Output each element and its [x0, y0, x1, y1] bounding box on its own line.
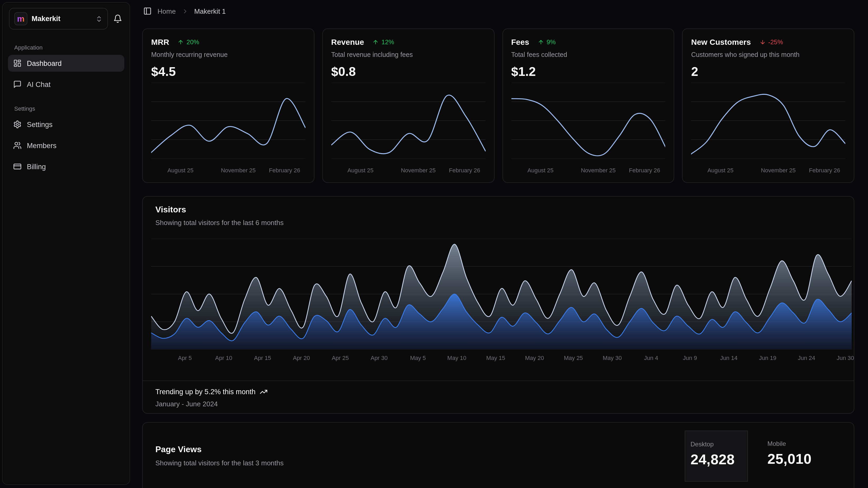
x-tick: May 20	[525, 355, 544, 361]
dashboard-page: m Makerkit Application Dashboard	[0, 0, 868, 488]
sidebar-toggle-icon[interactable]	[143, 7, 152, 15]
sidebar-section-settings: Settings	[14, 106, 130, 112]
sidebar-nav-settings: Settings Members Billing	[3, 116, 130, 175]
stat-card-mrr: MRR 20% Monthly recurring revenue $4.5 A…	[142, 28, 314, 183]
mobile-label: Mobile	[767, 440, 834, 448]
sidebar-item-label: Settings	[27, 120, 53, 128]
x-tick: Apr 25	[332, 355, 349, 361]
sparkline-x-labels: August 25 November 25 February 26	[691, 167, 846, 174]
sparkline-x-labels: August 25 November 25 February 26	[151, 167, 306, 174]
x-tick: Jun 14	[720, 355, 737, 361]
sidebar-item-label: AI Chat	[27, 80, 51, 88]
visitors-area-chart	[151, 239, 852, 349]
sidebar-section-application: Application	[14, 44, 130, 51]
trend-value: 20%	[186, 38, 199, 46]
workspace-row: m Makerkit	[3, 3, 130, 30]
visitors-subtitle: Showing total visitors for the last 6 mo…	[155, 219, 841, 227]
arrow-down-icon	[759, 39, 766, 45]
trend-badge: 9%	[537, 38, 556, 46]
message-square-icon	[13, 80, 22, 89]
x-tick: Apr 20	[293, 355, 310, 361]
desktop-toggle[interactable]: Desktop 24,828	[685, 431, 748, 482]
x-tick: August 25	[167, 167, 193, 173]
x-tick: November 25	[221, 167, 256, 173]
sidebar-item-members[interactable]: Members	[8, 137, 124, 154]
breadcrumb-current: Makerkit 1	[194, 7, 226, 15]
trending-up-icon	[260, 388, 268, 396]
arrow-up-icon	[537, 39, 544, 45]
stat-cards-row: MRR 20% Monthly recurring revenue $4.5 A…	[142, 28, 854, 183]
mobile-value: 25,010	[767, 451, 834, 467]
gear-icon	[13, 120, 22, 128]
stat-card-new-customers: New Customers -25% Customers who signed …	[682, 28, 855, 183]
x-tick: May 10	[447, 355, 466, 361]
trend-badge: 12%	[373, 38, 394, 46]
sparkline-x-labels: August 25 November 25 February 26	[511, 167, 665, 174]
x-tick: August 25	[707, 167, 734, 173]
desktop-label: Desktop	[690, 440, 742, 448]
new-customers-sparkline-chart	[691, 83, 846, 159]
x-tick: Jun 9	[683, 355, 697, 361]
x-tick: Jun 19	[759, 355, 776, 361]
stat-value: $1.2	[511, 64, 665, 79]
visitors-card: Visitors Showing total visitors for the …	[142, 196, 854, 414]
sidebar-item-billing[interactable]: Billing	[8, 158, 124, 175]
sidebar-nav-application: Dashboard AI Chat	[3, 55, 130, 93]
desktop-value: 24,828	[690, 452, 742, 468]
sidebar-item-label: Dashboard	[27, 59, 62, 67]
revenue-sparkline-chart	[331, 83, 486, 159]
breadcrumb: Home Makerkit 1	[143, 7, 226, 15]
stat-title: Revenue	[331, 37, 364, 47]
x-tick: February 26	[269, 167, 300, 173]
x-tick: Jun 30	[837, 355, 854, 361]
stat-description: Total revenue including fees	[331, 51, 486, 58]
stat-title: Fees	[511, 37, 529, 47]
x-tick: August 25	[527, 167, 554, 173]
trend-badge: 20%	[178, 38, 199, 46]
makerkit-logo: m	[14, 12, 27, 25]
x-tick: November 25	[761, 167, 796, 173]
page-views-title: Page Views	[155, 445, 284, 454]
visitors-date-range: January - June 2024	[155, 400, 841, 408]
stat-card-revenue: Revenue 12% Total revenue including fees…	[322, 28, 495, 183]
page-views-subtitle: Showing total visitors for the last 3 mo…	[155, 459, 284, 467]
layout-dashboard-icon	[13, 59, 22, 67]
x-tick: May 5	[410, 355, 426, 361]
trend-badge: -25%	[759, 38, 783, 46]
x-tick: February 26	[809, 167, 840, 173]
sidebar-item-ai-chat[interactable]: AI Chat	[8, 76, 124, 93]
x-tick: November 25	[401, 167, 436, 173]
sidebar-item-dashboard[interactable]: Dashboard	[8, 55, 124, 72]
x-tick: November 25	[581, 167, 616, 173]
notifications-bell-icon[interactable]	[112, 12, 123, 25]
x-tick: Apr 15	[254, 355, 271, 361]
sparkline-x-labels: August 25 November 25 February 26	[331, 167, 486, 174]
fees-sparkline-chart	[511, 83, 665, 159]
visitors-trend-text: Trending up by 5.2% this month	[155, 388, 255, 396]
credit-card-icon	[13, 162, 22, 171]
sidebar-item-label: Billing	[27, 163, 46, 171]
x-tick: February 26	[449, 167, 480, 173]
x-tick: Apr 30	[371, 355, 388, 361]
x-tick: May 15	[486, 355, 505, 361]
breadcrumb-home[interactable]: Home	[157, 7, 176, 15]
mrr-sparkline-chart	[151, 83, 306, 159]
arrow-up-icon	[373, 39, 379, 45]
x-tick: May 25	[564, 355, 583, 361]
stat-title: MRR	[151, 37, 169, 47]
sidebar-item-settings[interactable]: Settings	[8, 116, 124, 133]
x-tick: Apr 10	[215, 355, 232, 361]
trend-value: 12%	[381, 38, 394, 46]
stat-description: Monthly recurring revenue	[151, 51, 306, 58]
stat-value: $4.5	[151, 64, 306, 79]
x-tick: Jun 4	[644, 355, 658, 361]
mobile-toggle[interactable]: Mobile 25,010	[760, 431, 839, 482]
x-tick: February 26	[629, 167, 660, 173]
stat-value: 2	[691, 64, 846, 79]
visitors-x-axis: Apr 5 Apr 10 Apr 15 Apr 20 Apr 25 Apr 30…	[151, 355, 852, 363]
page-views-card: Page Views Showing total visitors for th…	[142, 422, 854, 488]
stat-card-fees: Fees 9% Total fees collected $1.2 August…	[502, 28, 675, 183]
workspace-selector[interactable]: m Makerkit	[9, 8, 108, 30]
trend-value: 9%	[547, 38, 556, 46]
chevrons-up-down-icon	[95, 15, 103, 22]
